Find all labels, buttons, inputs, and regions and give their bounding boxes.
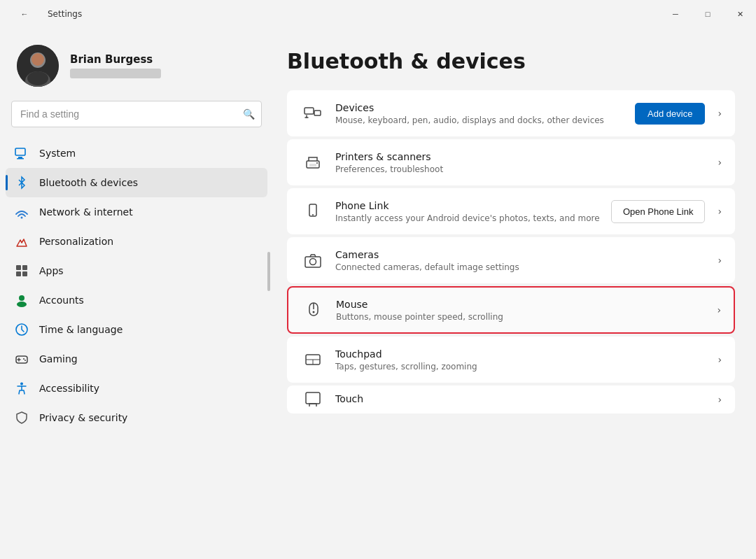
window-controls: ─ □ ✕ (659, 0, 756, 28)
printers-text: Printers & scanners Preferences, trouble… (335, 151, 712, 174)
settings-item-cameras[interactable]: Cameras Connected cameras, default image… (287, 237, 735, 283)
svg-point-14 (17, 302, 27, 307)
minimize-button[interactable]: ─ (659, 0, 692, 28)
settings-list: Devices Mouse, keyboard, pen, audio, dis… (287, 90, 735, 413)
sidebar-item-bluetooth[interactable]: Bluetooth & devices (6, 168, 267, 197)
bluetooth-icon (14, 175, 29, 190)
svg-point-19 (20, 383, 23, 385)
phone-link-chevron: › (718, 206, 722, 217)
sidebar-item-accounts[interactable]: Accounts (6, 285, 267, 315)
sidebar: Brian Burgess 🔍 System (0, 28, 273, 559)
svg-rect-10 (22, 265, 27, 270)
sidebar-item-personalization[interactable]: Personalization (6, 227, 267, 256)
sidebar-item-bluetooth-label: Bluetooth & devices (39, 177, 138, 188)
maximize-button[interactable]: □ (692, 0, 724, 28)
svg-point-30 (313, 311, 315, 313)
sidebar-item-time[interactable]: Time & language (6, 315, 267, 344)
settings-item-touch[interactable]: Touch › (287, 385, 735, 413)
settings-item-phone-link[interactable]: Phone Link Instantly access your Android… (287, 188, 735, 234)
close-button[interactable]: ✕ (724, 0, 756, 28)
cameras-text: Cameras Connected cameras, default image… (335, 249, 712, 272)
printers-action: › (712, 157, 722, 168)
touch-icon (300, 387, 326, 412)
sidebar-item-system[interactable]: System (6, 139, 267, 168)
sidebar-item-apps[interactable]: Apps (6, 256, 267, 285)
svg-point-18 (24, 360, 26, 361)
add-device-button[interactable]: Add device (635, 103, 705, 125)
svg-rect-9 (16, 265, 21, 270)
privacy-icon (14, 410, 29, 425)
sidebar-item-privacy[interactable]: Privacy & security (6, 403, 267, 432)
devices-desc: Mouse, keyboard, pen, audio, displays an… (335, 115, 635, 125)
svg-rect-5 (15, 148, 25, 155)
search-input[interactable] (11, 101, 262, 127)
mouse-title: Mouse (336, 299, 711, 310)
svg-rect-23 (309, 164, 316, 167)
open-phone-link-button[interactable]: Open Phone Link (611, 200, 705, 223)
settings-item-printers[interactable]: Printers & scanners Preferences, trouble… (287, 139, 735, 185)
search-icon: 🔍 (243, 108, 255, 120)
svg-rect-20 (304, 108, 314, 114)
svg-point-3 (31, 53, 44, 66)
sidebar-item-network-label: Network & internet (39, 206, 133, 218)
cameras-title: Cameras (335, 249, 712, 260)
sidebar-item-network[interactable]: Network & internet (6, 197, 267, 227)
mouse-desc: Buttons, mouse pointer speed, scrolling (336, 312, 711, 322)
search-box: 🔍 (11, 101, 262, 127)
svg-rect-6 (18, 157, 22, 158)
phone-link-title: Phone Link (335, 200, 611, 211)
touchpad-text: Touchpad Taps, gestures, scrolling, zoom… (335, 348, 712, 372)
svg-point-24 (316, 162, 318, 164)
sidebar-item-accessibility[interactable]: Accessibility (6, 374, 267, 403)
user-account-blur (70, 69, 161, 78)
page-title: Bluetooth & devices (287, 49, 735, 73)
svg-point-13 (19, 295, 24, 301)
avatar (17, 45, 59, 87)
svg-rect-12 (22, 271, 27, 276)
mouse-action: › (711, 304, 721, 316)
touchpad-icon (300, 347, 326, 372)
cameras-action: › (712, 255, 722, 266)
svg-rect-11 (16, 271, 21, 276)
system-icon (14, 146, 29, 161)
devices-chevron: › (718, 108, 722, 119)
touchpad-chevron: › (718, 354, 722, 365)
svg-point-26 (312, 214, 314, 215)
settings-item-touchpad[interactable]: Touchpad Taps, gestures, scrolling, zoom… (287, 337, 735, 383)
settings-item-devices[interactable]: Devices Mouse, keyboard, pen, audio, dis… (287, 90, 735, 136)
apps-icon (14, 263, 29, 278)
touchpad-title: Touchpad (335, 348, 712, 360)
sidebar-item-accounts-label: Accounts (39, 295, 84, 306)
user-name: Brian Burgess (70, 53, 161, 66)
sidebar-item-system-label: System (39, 148, 76, 159)
cameras-chevron: › (718, 255, 722, 266)
devices-icon (300, 101, 326, 126)
sidebar-item-privacy-label: Privacy & security (39, 412, 127, 423)
touch-chevron: › (718, 394, 722, 405)
settings-item-mouse[interactable]: Mouse Buttons, mouse pointer speed, scro… (287, 286, 735, 334)
sidebar-item-gaming[interactable]: Gaming (6, 344, 267, 374)
sidebar-item-personalization-label: Personalization (39, 236, 113, 247)
printers-desc: Preferences, troubleshoot (335, 164, 712, 174)
devices-text: Devices Mouse, keyboard, pen, audio, dis… (335, 102, 635, 125)
printers-icon (300, 150, 326, 175)
printers-chevron: › (718, 157, 722, 168)
cameras-desc: Connected cameras, default image setting… (335, 262, 712, 272)
back-button[interactable]: ← (8, 0, 41, 28)
touchpad-action: › (712, 354, 722, 365)
devices-title: Devices (335, 102, 635, 113)
svg-rect-32 (306, 392, 320, 404)
phone-link-action: Open Phone Link › (611, 200, 722, 223)
svg-point-17 (23, 358, 24, 360)
personalization-icon (14, 234, 29, 249)
main-panel: Bluetooth & devices Devices Mouse, keybo… (273, 28, 756, 559)
phone-link-desc: Instantly access your Android device's p… (335, 213, 611, 223)
user-profile: Brian Burgess (0, 28, 273, 101)
nav-items: System Bluetooth & devices (0, 139, 273, 559)
sidebar-item-gaming-label: Gaming (39, 353, 78, 365)
network-icon (14, 204, 29, 220)
close-icon: ✕ (737, 10, 743, 19)
sidebar-item-time-label: Time & language (39, 324, 122, 335)
sidebar-scrollbar (267, 252, 270, 291)
touch-text: Touch (335, 393, 712, 406)
